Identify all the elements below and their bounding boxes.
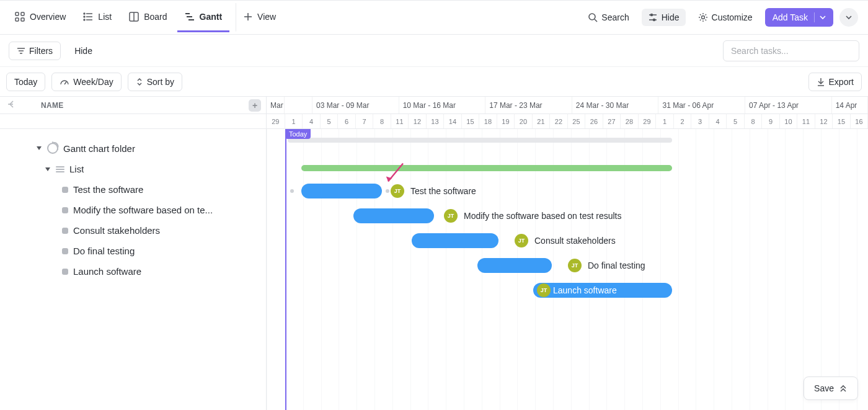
task-label: Modify the software based on te... xyxy=(73,205,213,215)
svg-rect-0 xyxy=(16,12,19,16)
tab-gantt[interactable]: Gantt xyxy=(177,3,230,32)
grid-icon xyxy=(15,12,25,22)
day-cell: 8 xyxy=(745,114,763,128)
tab-board[interactable]: Board xyxy=(122,3,174,32)
hide-link[interactable]: Hide xyxy=(67,42,100,60)
task-name: Modify the software based on test result… xyxy=(464,211,621,221)
timeline-day-header: 2914567811121314151819202122252627282912… xyxy=(267,114,868,129)
search-icon xyxy=(588,12,598,22)
day-cell: 10 xyxy=(780,114,798,128)
gantt-bar[interactable] xyxy=(353,208,434,223)
summary-bar[interactable] xyxy=(288,138,672,143)
svg-point-7 xyxy=(84,13,85,14)
customize-button[interactable]: Customize xyxy=(692,9,759,26)
tree-folder-row[interactable]: Gantt chart folder xyxy=(0,138,266,159)
tree-task-row[interactable]: Launch software xyxy=(0,261,266,282)
save-button[interactable]: Save xyxy=(804,377,858,400)
tab-overview[interactable]: Overview xyxy=(7,3,73,32)
day-cell: 11 xyxy=(391,114,409,128)
day-cell: 7 xyxy=(356,114,374,128)
today-button[interactable]: Today xyxy=(6,73,45,91)
assignee-avatar[interactable]: JT xyxy=(568,259,582,272)
gantt-bar[interactable] xyxy=(477,258,552,273)
button-label: Search xyxy=(601,12,629,22)
sort-icon xyxy=(136,78,143,86)
day-cell: 29 xyxy=(267,114,285,128)
day-cell: 12 xyxy=(815,114,833,128)
hide-button[interactable]: Hide xyxy=(642,9,686,26)
svg-point-22 xyxy=(653,19,655,21)
button-label: Add Task xyxy=(773,12,808,22)
day-cell: 4 xyxy=(303,114,321,128)
sortby-button[interactable]: Sort by xyxy=(128,73,182,91)
group-bar[interactable] xyxy=(301,165,672,171)
day-cell: 3 xyxy=(691,114,709,128)
svg-marker-34 xyxy=(386,176,392,181)
day-cell: 8 xyxy=(373,114,391,128)
svg-point-9 xyxy=(84,19,85,20)
chevron-down-icon xyxy=(845,14,852,21)
tree-list-row[interactable]: List xyxy=(0,159,266,179)
link-handle-icon[interactable] xyxy=(386,189,389,193)
task-tree-pane: NAME + Gantt chart folder List Test the … xyxy=(0,97,267,410)
gantt-bar-label: Launch software xyxy=(553,283,617,298)
day-cell: 16 xyxy=(851,114,868,128)
gantt-bar[interactable] xyxy=(301,184,382,198)
filters-button[interactable]: Filters xyxy=(9,42,61,60)
gantt-chart-area[interactable]: Today JT Test the software JT Modify the… xyxy=(267,129,868,410)
folder-icon xyxy=(47,143,58,154)
gantt-bar-label: JT Modify the software based on test res… xyxy=(444,208,621,223)
svg-point-23 xyxy=(701,16,704,19)
gear-icon xyxy=(698,12,708,22)
week-label: 10 Mar - 16 Mar xyxy=(399,97,486,114)
chevron-down-icon xyxy=(820,14,826,20)
task-label: Launch software xyxy=(73,266,141,277)
svg-line-27 xyxy=(64,82,66,84)
search-button[interactable]: Search xyxy=(582,9,635,26)
tree-task-row[interactable]: Test the software xyxy=(0,179,266,200)
board-icon xyxy=(129,12,139,22)
gantt-toolbar: Today Week/Day Sort by Export xyxy=(0,67,868,97)
month-label: Mar xyxy=(267,97,285,114)
tree-task-row[interactable]: Do final testing xyxy=(0,241,266,261)
search-tasks-box[interactable] xyxy=(723,40,859,61)
assignee-avatar[interactable]: JT xyxy=(537,283,551,297)
tree-task-row[interactable]: Modify the software based on te... xyxy=(0,200,266,220)
link-handle-icon[interactable] xyxy=(290,189,294,193)
tab-add-view[interactable]: View xyxy=(236,3,283,32)
tab-list[interactable]: List xyxy=(76,3,119,32)
status-dot-icon xyxy=(62,187,68,193)
tab-label: List xyxy=(98,12,112,22)
day-cell: 5 xyxy=(727,114,745,128)
search-tasks-input[interactable] xyxy=(731,46,851,56)
weekday-button[interactable]: Week/Day xyxy=(51,73,121,91)
day-cell: 20 xyxy=(515,114,533,128)
double-chevron-up-icon xyxy=(839,384,848,393)
download-icon xyxy=(817,78,825,86)
day-cell: 19 xyxy=(497,114,515,128)
list-label: List xyxy=(69,164,84,174)
day-cell: 1 xyxy=(656,114,674,128)
task-label: Do final testing xyxy=(73,246,135,256)
assignee-avatar[interactable]: JT xyxy=(444,209,458,223)
day-cell: 21 xyxy=(533,114,551,128)
tree-task-row[interactable]: Consult stakeholders xyxy=(0,220,266,241)
svg-point-8 xyxy=(84,16,85,17)
filter-icon xyxy=(17,47,25,55)
add-task-button[interactable]: Add Task xyxy=(765,8,833,27)
export-button[interactable]: Export xyxy=(808,73,862,91)
day-cell: 27 xyxy=(603,114,621,128)
assignee-avatar[interactable]: JT xyxy=(515,234,528,247)
gantt-bar[interactable] xyxy=(412,233,498,248)
week-label: 14 Apr xyxy=(832,97,868,114)
assignee-avatar[interactable]: JT xyxy=(391,184,404,198)
more-menu-button[interactable] xyxy=(839,8,858,27)
main-split: NAME + Gantt chart folder List Test the … xyxy=(0,97,868,410)
status-dot-icon xyxy=(62,269,68,275)
tree-header: NAME + xyxy=(0,97,266,114)
svg-rect-1 xyxy=(21,12,24,16)
day-cell: 11 xyxy=(797,114,815,128)
day-cell: 29 xyxy=(639,114,657,128)
collapse-panel-icon[interactable] xyxy=(7,100,16,110)
add-column-button[interactable]: + xyxy=(249,99,261,112)
